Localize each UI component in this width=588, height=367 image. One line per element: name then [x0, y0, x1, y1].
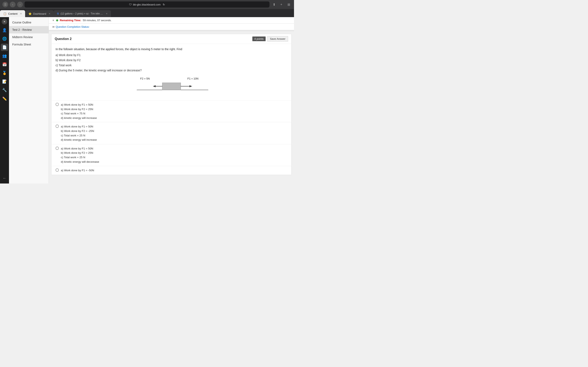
timer-value: 59 minutes, 07 seconds. [83, 19, 112, 22]
tab-content-icon: 📋 [3, 12, 7, 15]
completion-label: Question Completion Status: [56, 25, 89, 28]
completion-expand-icon: ≫ [52, 25, 55, 28]
notes-sidebar-icon[interactable]: 📝 [1, 78, 8, 85]
icon-sidebar: ✕ 👤 🌐 📄 👥 📅 🏅 📝 🔧 ✏️ ← [0, 17, 9, 184]
sub-question-c: c) Total work [56, 63, 287, 67]
back-btn[interactable]: ‹ [10, 2, 16, 7]
group-sidebar-icon[interactable]: 👥 [1, 52, 8, 59]
option-2-text: a) Work done by F1 = 50N b) Work done by… [61, 124, 97, 142]
answer-option-3: a) Work done by F1 = 50N b) Work done by… [52, 144, 291, 166]
share-btn[interactable]: ⬆ [271, 2, 277, 7]
radio-option-1[interactable] [56, 103, 59, 106]
tab-content-close[interactable]: ✕ [20, 12, 22, 15]
question-card: Question 2 4 points Save Answer In the f… [51, 34, 292, 175]
tab-dashboard-close[interactable]: ✕ [49, 12, 51, 15]
sidebar-item-course-outline[interactable]: Course Outline [9, 19, 49, 26]
formula-sheet-label: Formula Sheet [12, 43, 31, 46]
save-answer-button[interactable]: Save Answer [267, 36, 288, 42]
url-text: bb-gbc.blackboard.com [133, 3, 160, 6]
close-sidebar-btn[interactable]: ✕ [2, 19, 7, 25]
course-outline-label: Course Outline [12, 21, 31, 24]
sub-question-a: a) Work done by F1 [56, 53, 287, 57]
nav-sidebar: Course Outline Test 2 - Review Midterm R… [9, 17, 49, 184]
tab-dashboard-label: Dashboard [33, 12, 46, 15]
opt2-line-b: b) Work done by F2 = -25N [61, 129, 97, 133]
globe-sidebar-icon[interactable]: 🌐 [1, 35, 8, 42]
f2-label: F2 = 5N [140, 77, 150, 80]
option-4-text: a) Work done by F1 = -50N [61, 168, 94, 173]
badge-sidebar-icon[interactable]: 🏅 [1, 69, 8, 77]
reload-icon[interactable]: ↻ [163, 3, 165, 6]
question-body: In the followin situation, because of th… [52, 44, 291, 100]
radio-option-4[interactable] [56, 168, 59, 172]
opt3-line-c: c) Total work = 25 N [61, 155, 99, 160]
question-number: Question 2 [55, 37, 72, 41]
radio-option-2[interactable] [56, 125, 59, 128]
answer-option-4: a) Work done by F1 = -50N [52, 166, 291, 175]
document-sidebar-icon[interactable]: 📄 [1, 44, 8, 51]
option-1-text: a) Work done by F1 = 50N b) Work done by… [61, 103, 97, 120]
tab-google[interactable]: G (12 gallons – 2 pints) = oz · Tìm trên… [54, 10, 111, 17]
opt1-line-b: b) Work done by F2 = 25N [61, 107, 97, 111]
browser-controls: ☰ ‹ › [2, 2, 23, 7]
svg-marker-3 [153, 85, 156, 87]
browser-chrome: ☰ ‹ › 🛡 bb-gbc.blackboard.com ↻ ⬆ + ⊞ [0, 0, 294, 9]
sub-question-d: d) During the 5 meter, the kinetic energ… [56, 68, 287, 73]
tab-dashboard[interactable]: ⭐ Dashboard ✕ [25, 10, 54, 17]
f1-label: F1 = 10N [187, 77, 199, 80]
sidebar-item-midterm-review[interactable]: Midterm Review [9, 33, 49, 41]
person-sidebar-icon[interactable]: 👤 [1, 26, 8, 34]
force-diagram: F2 = 5N F1 = 10N [133, 77, 210, 93]
calendar-sidebar-icon[interactable]: 📅 [1, 61, 8, 68]
section-divider [49, 30, 294, 31]
tab-google-label: (12 gallons – 2 pints) = oz · Tìm trên G… [61, 12, 104, 15]
tab-google-icon: G [57, 12, 59, 15]
opt3-line-a: a) Work done by F1 = 50N [61, 146, 99, 151]
sidebar-item-test2-review[interactable]: Test 2 - Review [9, 26, 49, 33]
tab-dashboard-icon: ⭐ [28, 12, 32, 15]
tab-google-close[interactable]: ✕ [106, 12, 108, 15]
question-prompt: In the followin situation, because of th… [56, 47, 287, 51]
grid-btn[interactable]: ⊞ [286, 2, 292, 7]
opt1-line-a: a) Work done by F1 = 50N [61, 103, 97, 107]
midterm-review-label: Midterm Review [12, 35, 33, 39]
svg-marker-5 [190, 85, 192, 87]
opt1-line-c: c) Total work = 75 N [61, 111, 97, 116]
timer-label: Remaining Time: [60, 19, 81, 22]
shield-icon: 🛡 [129, 3, 132, 6]
back-nav-sidebar-icon[interactable]: ← [1, 175, 8, 182]
points-badge: 4 points [252, 36, 266, 41]
radio-option-3[interactable] [56, 147, 59, 150]
opt4-line-a: a) Work done by F1 = -50N [61, 168, 94, 173]
opt2-line-c: c) Total work = 25 N [61, 133, 97, 138]
expand-timer-icon[interactable]: ▼ [52, 19, 54, 22]
tab-content-label: Content [8, 12, 17, 15]
svg-rect-1 [162, 83, 181, 90]
timer-bar: ▼ Remaining Time: 59 minutes, 07 seconds… [49, 17, 294, 24]
opt3-line-b: b) Work done by F2 = 25N [61, 151, 99, 155]
edit-sidebar-icon[interactable]: ✏️ [1, 95, 8, 102]
tabs-bar: 📋 Content ✕ ⭐ Dashboard ✕ G (12 gallons … [0, 9, 294, 17]
test2-review-label: Test 2 - Review [12, 28, 32, 31]
forward-btn[interactable]: › [17, 2, 23, 7]
green-status-dot [56, 19, 58, 21]
option-3-text: a) Work done by F1 = 50N b) Work done by… [61, 146, 99, 164]
opt3-line-d: d) kinetic energy will decsrease [61, 160, 99, 164]
content-area: ▼ Remaining Time: 59 minutes, 07 seconds… [49, 17, 294, 184]
completion-bar[interactable]: ≫ Question Completion Status: [49, 24, 294, 30]
sidebar-toggle-btn[interactable]: ☰ [2, 2, 8, 7]
tab-content[interactable]: 📋 Content ✕ [0, 10, 25, 17]
browser-right-controls: ⬆ + ⊞ [271, 2, 292, 7]
sidebar-item-formula-sheet[interactable]: Formula Sheet [9, 41, 49, 48]
answer-option-1: a) Work done by F1 = 50N b) Work done by… [52, 100, 291, 122]
opt2-line-a: a) Work done by F1 = 50N [61, 124, 97, 129]
main-layout: ✕ 👤 🌐 📄 👥 📅 🏅 📝 🔧 ✏️ ← Course Outline Te… [0, 17, 294, 184]
tools-sidebar-icon[interactable]: 🔧 [1, 86, 8, 94]
answer-option-2: a) Work done by F1 = 50N b) Work done by… [52, 122, 291, 144]
new-tab-btn[interactable]: + [278, 2, 284, 7]
question-header: Question 2 4 points Save Answer [52, 34, 291, 44]
address-bar[interactable]: 🛡 bb-gbc.blackboard.com ↻ [25, 1, 269, 8]
opt2-line-d: d) kinetic energy will increase [61, 138, 97, 142]
opt1-line-d: d) kinetic energy will increase [61, 116, 97, 120]
points-save-group: 4 points Save Answer [252, 36, 288, 42]
